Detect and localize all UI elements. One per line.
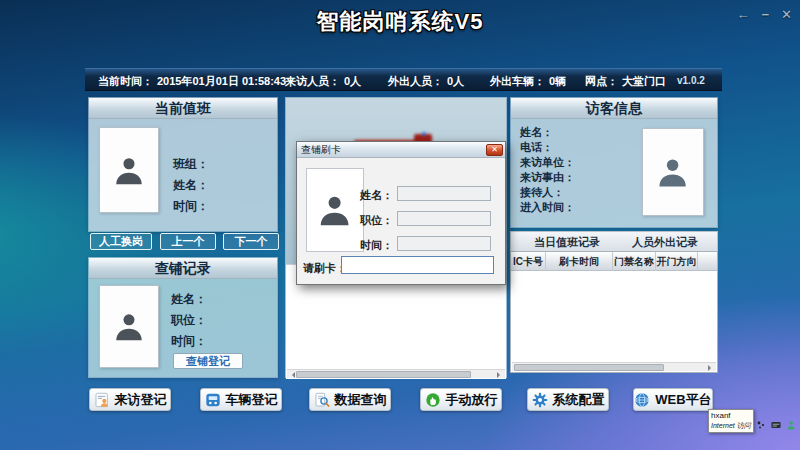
keyboard-icon[interactable] (771, 420, 781, 430)
system-config-button[interactable]: 系统配置 (527, 388, 609, 411)
system-tray (756, 420, 800, 430)
manual-shift-button[interactable]: 人工换岗 (90, 233, 152, 250)
visitor-phone-label: 电话： (520, 140, 553, 155)
minimize-icon[interactable]: − (762, 8, 770, 22)
duty-time-label: 时间： (173, 198, 209, 215)
current-duty-title: 当前值班 (89, 98, 277, 119)
visitor-panel: 访客信息 姓名： 电话： 来访单位： 来访事由： 接待人： 进入时间： (510, 97, 718, 228)
out-personnel-count: 外出人员：0人 (388, 74, 464, 89)
back-icon[interactable]: ← (737, 8, 750, 22)
window-controls: ← − ✕ (737, 8, 793, 22)
visitor-title: 访客信息 (511, 98, 717, 119)
visitor-reason-label: 来访事由： (520, 170, 575, 185)
close-icon[interactable]: ✕ (781, 8, 792, 22)
swipe-card-dialog: 查铺刷卡 ✕ 姓名： 职位： 时间： 请刷卡： (296, 141, 506, 285)
duty-photo (99, 127, 159, 213)
input-method-icon[interactable] (756, 420, 766, 430)
dialog-name-label: 姓名： (355, 188, 393, 203)
version-label: v1.0.2 (677, 75, 705, 86)
col-swipe-time[interactable]: 刷卡时间 (546, 252, 613, 271)
visitor-register-button[interactable]: 来访登记 (89, 388, 171, 411)
scrollbar-thumb[interactable] (296, 371, 471, 378)
status-bar: 当前时间：2015年01月01日 01:58:43 来访人员：0人 外出人员：0… (85, 68, 722, 91)
network-tooltip: hxanf Internet 访问 (708, 409, 754, 433)
tab-duty-records[interactable]: 当日值班记录 (519, 232, 615, 252)
current-time: 当前时间：2015年01月01日 01:58:43 (98, 74, 286, 89)
table-horizontal-scrollbar[interactable] (512, 362, 716, 371)
duty-group-label: 班组： (173, 156, 209, 173)
inspection-register-button[interactable]: 查铺登记 (173, 353, 243, 369)
manual-release-button[interactable]: 手动放行 (420, 388, 502, 411)
current-duty-panel: 当前值班 班组： 姓名： 时间： (88, 97, 278, 232)
scroll-right-icon[interactable] (708, 365, 714, 371)
person-avatar-icon (111, 301, 147, 351)
visitor-unit-label: 来访单位： (520, 155, 575, 170)
network-name: hxanf (711, 411, 751, 421)
inspection-title: 查铺记录 (89, 258, 277, 279)
scrollbar-thumb[interactable] (514, 364, 664, 371)
records-table: IC卡号 刷卡时间 门禁名称 开门方向 (510, 251, 718, 373)
system-config-icon (532, 392, 548, 408)
desktop: 智能岗哨系统V5 ← − ✕ 当前时间：2015年01月01日 01:58:43… (0, 0, 800, 450)
data-query-icon (314, 392, 330, 408)
dialog-close-icon[interactable]: ✕ (486, 144, 503, 156)
visitor-name-label: 姓名： (520, 125, 553, 140)
data-query-button[interactable]: 数据查询 (309, 388, 391, 411)
visitor-entry-time-label: 进入时间： (520, 200, 575, 215)
tab-out-records[interactable]: 人员外出记录 (617, 232, 713, 252)
visitor-receiver-label: 接待人： (520, 185, 564, 200)
swipe-card-input[interactable] (341, 256, 494, 274)
out-vehicle-count: 外出车辆：0辆 (490, 74, 566, 89)
next-button[interactable]: 下一个 (223, 233, 279, 250)
table-header-row: IC卡号 刷卡时间 门禁名称 开门方向 (511, 252, 717, 271)
manual-release-icon (425, 392, 441, 408)
visitor-photo (642, 128, 704, 216)
inspection-panel: 查铺记录 姓名： 职位： 时间： 查铺登记 (88, 257, 278, 378)
web-platform-icon (634, 392, 650, 408)
user-status-icon[interactable] (786, 420, 796, 430)
inspection-time-label: 时间： (171, 333, 207, 350)
site-name: 网点：大堂门口 (585, 74, 666, 89)
person-avatar-icon (315, 181, 354, 238)
dialog-time-label: 时间： (355, 238, 393, 253)
inspection-name-label: 姓名： (171, 291, 207, 308)
records-tabbar: 当日值班记录 人员外出记录 (510, 231, 718, 251)
dialog-title: 查铺刷卡 (301, 143, 341, 157)
vehicle-register-button[interactable]: 车辆登记 (200, 388, 282, 411)
duty-name-label: 姓名： (173, 177, 209, 194)
dialog-name-field[interactable] (397, 186, 491, 201)
page-title: 智能岗哨系统V5 (0, 7, 800, 37)
horizontal-scrollbar[interactable] (287, 369, 505, 378)
prev-button[interactable]: 上一个 (160, 233, 216, 250)
dialog-position-label: 职位： (355, 213, 393, 228)
inspection-photo (99, 285, 159, 368)
vehicle-register-icon (205, 392, 221, 408)
visitor-register-icon (94, 392, 110, 408)
person-avatar-icon (654, 145, 691, 198)
scroll-right-icon[interactable] (497, 372, 503, 378)
col-open-direction[interactable]: 开门方向 (656, 252, 698, 271)
network-status: Internet 访问 (711, 421, 751, 430)
visitor-count: 来访人员：0人 (285, 74, 361, 89)
inspection-position-label: 职位： (171, 312, 207, 329)
col-door-name[interactable]: 门禁名称 (613, 252, 656, 271)
col-empty (698, 252, 717, 271)
web-platform-button[interactable]: WEB平台 (633, 388, 713, 411)
person-avatar-icon (111, 144, 147, 196)
scroll-left-icon[interactable] (289, 372, 295, 378)
col-ic-card[interactable]: IC卡号 (511, 252, 546, 271)
dialog-position-field[interactable] (397, 211, 491, 226)
dialog-time-field[interactable] (397, 236, 491, 251)
dialog-titlebar[interactable]: 查铺刷卡 ✕ (297, 142, 505, 158)
